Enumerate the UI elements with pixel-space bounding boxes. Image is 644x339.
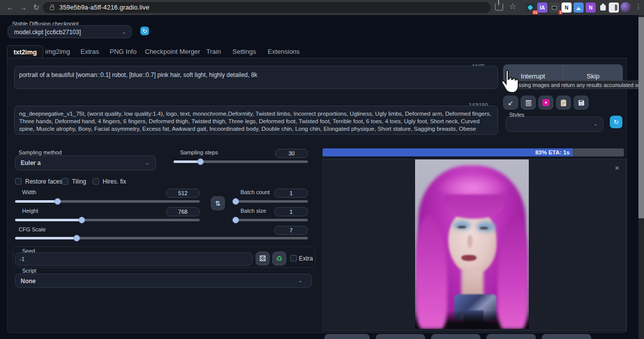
seed-extra-checkbox[interactable]: [290, 255, 297, 262]
sampling-method-dropdown[interactable]: Euler a ⌄: [15, 155, 156, 171]
tab-settings[interactable]: Settings: [232, 45, 256, 58]
script-label: Script: [20, 268, 38, 274]
swap-arrows-icon: ⇅: [215, 200, 221, 207]
slider-thumb[interactable]: [73, 235, 80, 241]
close-preview-icon[interactable]: ×: [615, 164, 619, 172]
prompt-textarea[interactable]: portrait of a beautiful [woman::0.1] rob…: [14, 66, 498, 89]
tiling-label: Tiling: [72, 178, 86, 185]
profile-avatar[interactable]: [620, 2, 631, 13]
chevron-down-icon: ⌄: [594, 121, 598, 127]
tooltip-text: Stop processing images and return any re…: [506, 82, 644, 88]
ext-notion-icon[interactable]: N: [561, 3, 572, 13]
progress-bar: 83% ETA: 1s: [323, 148, 624, 156]
slider-thumb[interactable]: [54, 198, 61, 205]
sampling-steps-label: Sampling steps: [180, 149, 218, 155]
tab-extras[interactable]: Extras: [80, 45, 99, 58]
stable-diffusion-webui: ← → ↻ 359e5b9a-a5ff-4216.gradio.live ☆ 2…: [0, 0, 644, 339]
cfg-scale-slider[interactable]: [15, 237, 308, 239]
browser-toolbar: ← → ↻ 359e5b9a-a5ff-4216.gradio.live ☆ 2…: [0, 0, 644, 15]
share-icon[interactable]: [495, 4, 503, 11]
extra-networks-icon: [542, 99, 549, 106]
negative-prompt-textarea[interactable]: ng_deepnegative_v1_75t, (worst quality, …: [14, 106, 498, 135]
width-label: Width: [22, 189, 36, 195]
cfg-scale-label: CFG Scale: [19, 226, 46, 232]
batch-size-value[interactable]: 1: [274, 207, 308, 216]
extensions-puzzle-icon[interactable]: [598, 3, 608, 13]
ext-pin-icon[interactable]: 21: [525, 3, 535, 13]
restore-faces-checkbox[interactable]: [15, 178, 22, 185]
save-zip-button[interactable]: [376, 334, 425, 339]
chevron-down-icon: ⌄: [122, 29, 126, 35]
ext-capture-icon[interactable]: 1: [549, 3, 559, 13]
ext-onenote-icon[interactable]: N: [586, 3, 596, 13]
extra-networks-button[interactable]: [538, 96, 553, 110]
height-slider[interactable]: [15, 219, 200, 221]
sampling-steps-slider[interactable]: [174, 160, 308, 163]
page-scrollbar-thumb[interactable]: [638, 17, 644, 218]
tab-train[interactable]: Train: [206, 45, 221, 58]
dice-icon: ⚄: [259, 254, 266, 263]
slider-thumb[interactable]: [232, 198, 239, 205]
slider-thumb[interactable]: [232, 217, 239, 223]
batch-count-label: Batch count: [240, 189, 270, 195]
save-style-button[interactable]: [574, 96, 589, 110]
prompt-text: portrait of a beautiful [woman::0.1] rob…: [19, 71, 493, 78]
batch-size-label: Batch size: [240, 208, 266, 214]
script-value: None: [21, 278, 36, 285]
chevron-down-icon: ⌄: [298, 278, 302, 283]
sidebar-toggle-icon[interactable]: [609, 3, 619, 13]
random-seed-button[interactable]: ⚄: [256, 251, 270, 266]
tab-checkpoint-merger[interactable]: Checkpoint Merger: [145, 45, 200, 58]
batch-count-slider[interactable]: [235, 200, 308, 203]
seed-input[interactable]: -1: [15, 252, 253, 266]
paste-params-button[interactable]: ↙: [503, 96, 518, 110]
apply-style-button[interactable]: [556, 96, 571, 110]
send-to-img2img-button[interactable]: [431, 334, 480, 339]
tab-extensions[interactable]: Extensions: [268, 45, 300, 58]
tab-txt2img[interactable]: txt2img: [7, 45, 43, 58]
send-to-extras-button[interactable]: [542, 334, 591, 339]
reuse-seed-button[interactable]: ♻: [272, 251, 286, 266]
negative-prompt-text: ng_deepnegative_v1_75t, (worst quality, …: [19, 110, 494, 133]
swap-dimensions-button[interactable]: ⇅: [211, 196, 225, 210]
browser-refresh-icon[interactable]: ↻: [30, 2, 42, 14]
url-text: 359e5b9a-a5ff-4216.gradio.live: [59, 4, 149, 11]
height-value[interactable]: 768: [166, 207, 200, 216]
cfg-scale-value[interactable]: 7: [274, 226, 308, 235]
hires-fix-label: Hires. fix: [103, 178, 126, 185]
recycle-icon: ♻: [276, 255, 283, 263]
sampling-method-value: Euler a: [21, 159, 41, 166]
sampling-steps-value[interactable]: 30: [275, 149, 308, 158]
generated-image[interactable]: [415, 159, 529, 329]
checkpoint-refresh-button[interactable]: ↻: [140, 27, 149, 35]
send-to-inpaint-button[interactable]: [487, 334, 536, 339]
chevron-down-icon: ⌄: [145, 160, 149, 165]
interrupt-tooltip: Stop processing images and return any re…: [506, 80, 644, 89]
batch-size-slider[interactable]: [235, 219, 308, 221]
browser-forward-icon[interactable]: →: [17, 2, 29, 14]
browser-back-icon[interactable]: ←: [4, 2, 16, 14]
seed-extra-label: Extra: [299, 255, 313, 262]
script-dropdown[interactable]: None ⌄: [15, 274, 312, 288]
tiling-checkbox[interactable]: [62, 178, 68, 185]
clear-prompt-button[interactable]: [521, 96, 536, 110]
batch-count-value[interactable]: 1: [274, 189, 308, 198]
hires-fix-checkbox[interactable]: [93, 178, 99, 185]
progress-fill: 83% ETA: 1s: [323, 148, 573, 156]
ext-image-icon[interactable]: [574, 3, 584, 13]
tab-img2img[interactable]: img2img: [45, 45, 70, 58]
styles-dropdown[interactable]: ⌄: [506, 117, 603, 132]
width-value[interactable]: 512: [166, 189, 200, 198]
browser-menu-icon[interactable]: ⋮: [635, 3, 642, 11]
slider-thumb[interactable]: [197, 158, 204, 165]
bookmark-star-icon[interactable]: ☆: [509, 2, 516, 11]
checkpoint-dropdown[interactable]: model.ckpt [cc6cb27103] ⌄: [8, 25, 132, 38]
tab-png-info[interactable]: PNG Info: [110, 45, 136, 58]
slider-thumb[interactable]: [78, 217, 85, 223]
styles-refresh-button[interactable]: ↻: [610, 116, 622, 128]
address-bar[interactable]: 359e5b9a-a5ff-4216.gradio.live: [43, 2, 491, 13]
ext-ia-icon[interactable]: IA: [537, 3, 547, 13]
save-button[interactable]: [325, 334, 370, 339]
sampling-method-label: Sampling method: [19, 149, 62, 155]
width-slider[interactable]: [15, 200, 200, 203]
